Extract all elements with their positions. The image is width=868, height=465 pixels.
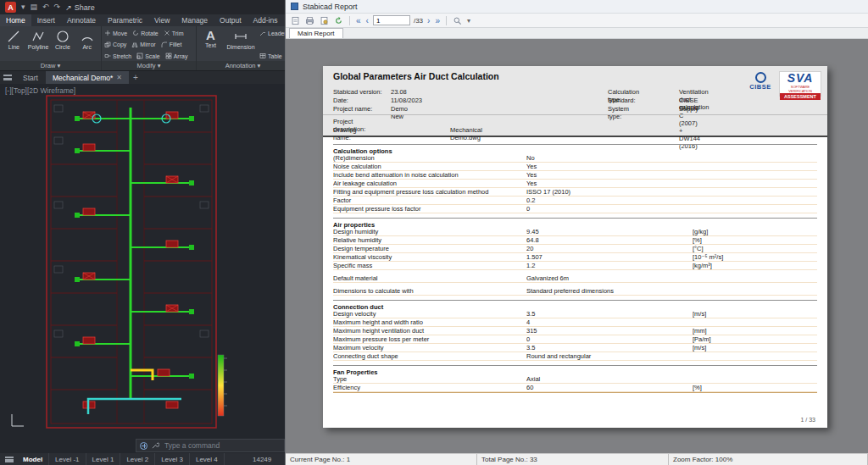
ribbon-tab-insert[interactable]: Insert xyxy=(31,14,61,26)
report-row: Kinematical viscosity1.507[10⁻⁵ m²/s] xyxy=(333,253,817,262)
floor-plan-drawing xyxy=(0,84,285,439)
modify-panel-label[interactable]: Modify ▾ xyxy=(102,61,196,70)
annotation-panel: A Text Dimension Leader Table Annotation… xyxy=(197,26,290,70)
coordinates-readout: 14249 xyxy=(253,456,271,463)
ribbon-tab-manage[interactable]: Manage xyxy=(175,14,214,26)
page-setup-icon[interactable] xyxy=(319,15,330,26)
tab-start[interactable]: Start xyxy=(16,71,45,84)
arc-tool-button[interactable]: Arc xyxy=(75,28,98,61)
layout-tab-level-minus1[interactable]: Level -1 xyxy=(49,453,86,465)
table-tool-button[interactable]: Table xyxy=(259,53,287,59)
dimension-tool-button[interactable]: Dimension xyxy=(224,28,258,61)
first-page-button[interactable]: « xyxy=(355,15,362,26)
report-row: Relative humidity64.8[%] xyxy=(333,236,817,245)
command-line[interactable] xyxy=(136,439,285,452)
autocad-logo[interactable]: A xyxy=(5,2,16,13)
annotation-panel-label[interactable]: Annotation ▾ xyxy=(197,61,289,70)
ribbon-tab-annotate[interactable]: Annotate xyxy=(61,14,102,26)
modify-grid: Move Rotate Trim Copy xyxy=(104,28,187,61)
report-row: TypeAxial xyxy=(333,375,817,384)
fillet-tool-button[interactable]: Fillet xyxy=(161,42,182,48)
line-tool-button[interactable]: Line xyxy=(3,28,25,61)
report-viewer[interactable]: Global Parameters Air Duct Calculation S… xyxy=(286,39,868,453)
leader-icon xyxy=(259,30,266,36)
ribbon-tab-addins[interactable]: Add-ins xyxy=(248,14,284,26)
layout-tab-level4[interactable]: Level 4 xyxy=(190,453,225,465)
command-input[interactable] xyxy=(163,440,281,451)
report-title: Global Parameters Air Duct Calculation xyxy=(333,71,499,81)
next-page-button[interactable]: › xyxy=(426,15,431,26)
close-tab-icon[interactable]: ✕ xyxy=(116,74,122,81)
copy-icon xyxy=(104,42,111,48)
ucs-icon xyxy=(12,414,24,426)
tab-main-report[interactable]: Main Report xyxy=(289,28,343,38)
drawing-canvas[interactable]: [-][Top][2D Wireframe] xyxy=(0,84,285,439)
report-row: Maximum pressure loss per meter0[Pa/m] xyxy=(333,335,817,344)
print-icon[interactable] xyxy=(304,15,315,26)
toolbar-dropdown-icon[interactable]: ▾ xyxy=(466,15,471,26)
share-icon: ↗ xyxy=(65,3,72,12)
tab-mechanical-demo[interactable]: Mechanical Demo* ✕ xyxy=(46,71,129,84)
search-icon[interactable] xyxy=(452,15,463,26)
menu-dropdown-icon[interactable]: ▾ xyxy=(21,0,25,14)
duct-network xyxy=(78,108,192,399)
rotate-tool-button[interactable]: Rotate xyxy=(132,30,159,36)
hamburger-icon[interactable] xyxy=(3,75,12,80)
circle-tool-button[interactable]: Circle xyxy=(52,28,75,61)
report-row: Specific mass1.2[kg/m³] xyxy=(333,262,817,270)
ribbon-tab-view[interactable]: View xyxy=(148,14,175,26)
cibse-logo: CIBSE xyxy=(745,72,776,95)
report-row: Connecting duct shapeRound and rectangul… xyxy=(333,352,817,361)
move-tool-button[interactable]: Move xyxy=(104,30,127,36)
header-divider xyxy=(323,114,827,115)
last-page-button[interactable]: » xyxy=(434,15,441,26)
scale-tool-button[interactable]: Scale xyxy=(136,53,160,59)
report-row: (Re)dimensionNo xyxy=(333,154,817,163)
save-icon[interactable]: ▤ xyxy=(31,0,38,14)
ribbon-tab-home[interactable]: Home xyxy=(0,14,31,26)
report-app-icon xyxy=(291,3,298,10)
share-button[interactable]: ↗ Share xyxy=(65,3,95,12)
report-section-heading: Calculation options xyxy=(333,144,817,154)
layout-tab-level1[interactable]: Level 1 xyxy=(86,453,121,465)
stretch-tool-button[interactable]: Stretch xyxy=(104,53,131,59)
new-tab-button[interactable]: + xyxy=(130,71,142,84)
page-number-input[interactable] xyxy=(373,15,410,25)
polyline-tool-button[interactable]: Polyline xyxy=(27,28,50,61)
ribbon-tab-parametric[interactable]: Parametric xyxy=(102,14,148,26)
text-tool-button[interactable]: A Text xyxy=(199,28,222,61)
refresh-icon[interactable] xyxy=(333,15,344,26)
leader-tool-button[interactable]: Leader xyxy=(259,30,287,36)
report-row: Design humidity9.45[g/kg] xyxy=(333,228,817,236)
dimension-icon xyxy=(234,30,248,43)
report-header-band: Global Parameters Air Duct Calculation S… xyxy=(323,66,827,137)
move-icon xyxy=(104,30,111,36)
status-grid-icon[interactable] xyxy=(5,457,14,462)
scale-icon xyxy=(136,53,143,59)
copy-tool-button[interactable]: Copy xyxy=(104,42,126,48)
circle-icon xyxy=(56,30,70,43)
export-report-icon[interactable] xyxy=(290,15,301,26)
draw-panel-label[interactable]: Draw ▾ xyxy=(0,61,101,70)
report-row: Equipment pressure loss factor0 xyxy=(333,205,817,213)
report-row: Noise calculationYes xyxy=(333,163,817,171)
array-tool-button[interactable]: Array xyxy=(165,53,188,59)
viewport-controls[interactable]: [-][Top][2D Wireframe] xyxy=(5,86,75,95)
model-tab[interactable]: Model xyxy=(17,453,49,465)
report-row: Maximum velocity3.5[m/s] xyxy=(333,344,817,352)
customize-wrench-icon[interactable] xyxy=(151,441,159,450)
report-page: Global Parameters Air Duct Calculation S… xyxy=(323,66,827,428)
fillet-icon xyxy=(161,42,168,48)
mirror-tool-button[interactable]: Mirror xyxy=(131,42,155,48)
previous-page-button[interactable]: ‹ xyxy=(365,15,370,26)
trim-tool-button[interactable]: Trim xyxy=(164,30,184,36)
layout-tab-level3[interactable]: Level 3 xyxy=(155,453,190,465)
redo-icon[interactable]: ↷ xyxy=(54,0,61,14)
undo-icon[interactable]: ↶ xyxy=(42,0,49,14)
layout-tab-level2[interactable]: Level 2 xyxy=(120,453,155,465)
report-titlebar[interactable]: Stabicad Report xyxy=(286,0,868,14)
zoom-factor-status: Zoom Factor: 100% xyxy=(669,454,868,465)
ribbon-tab-output[interactable]: Output xyxy=(214,14,248,26)
report-section-heading: Fan Properties xyxy=(333,365,817,375)
modify-panel: Move Rotate Trim Copy xyxy=(102,26,197,70)
